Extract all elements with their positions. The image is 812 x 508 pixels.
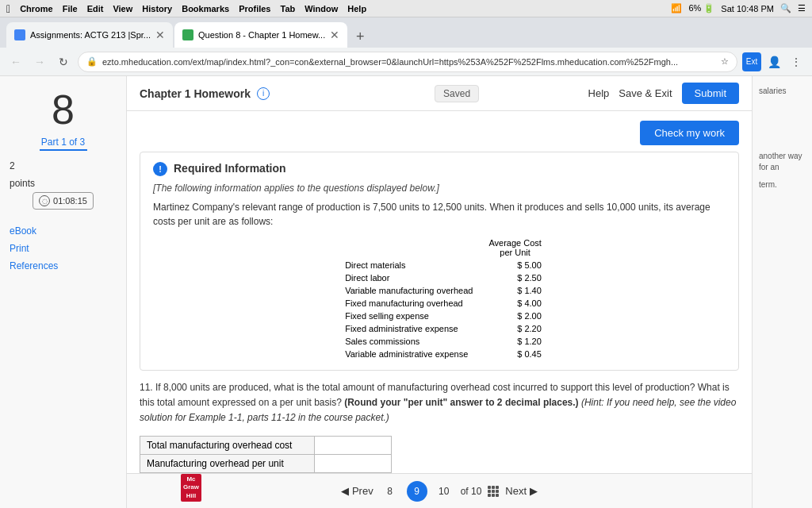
timer-value: 01:08:15 [53,196,87,206]
page-8-button[interactable]: 8 [380,481,400,502]
bookmark-icon[interactable]: ☆ [721,56,729,67]
tab-label-question8: Question 8 - Chapter 1 Homew... [198,30,325,40]
timer-icon: ◌ [39,195,50,206]
question-bold: (Round your "per unit" answer to 2 decim… [344,397,578,408]
answer-label-2: Manufacturing overhead per unit [140,454,315,472]
question-number: 8 [52,89,75,130]
cost-table-col1-header [329,237,481,259]
table-row: Variable administrative expense $ 0.45 [329,348,550,360]
profile-icon[interactable]: 👤 [764,52,783,71]
mac-menu-bar:  Chrome File Edit View History Bookmark… [0,0,812,17]
help-menu[interactable]: Help [347,4,366,13]
points-value: 2 [10,160,15,171]
chrome-menu[interactable]: Chrome [20,4,53,13]
print-link[interactable]: Print [10,243,58,254]
page-title: Chapter 1 Homework [140,87,251,100]
reload-button[interactable]: ↻ [54,52,73,71]
table-row: Fixed administrative expense $ 2.20 [329,322,550,335]
total-overhead-input[interactable] [321,440,385,451]
required-info-header: ! Required Information [153,162,726,176]
tab-assignments[interactable]: Assignments: ACTG 213 |Spr... ✕ [6,22,173,48]
help-link[interactable]: Help [588,87,610,99]
info-icon[interactable]: i [257,87,270,100]
chrome-address-bar: ← → ↻ 🔒 ezto.mheducation.com/ext/map/ind… [0,48,812,76]
saved-badge: Saved [435,85,479,102]
forward-button[interactable]: → [30,52,49,71]
file-menu[interactable]: File [63,4,78,13]
right-panel-text1: salaries [756,83,809,100]
required-info-title: Required Information [174,162,286,175]
center-panel: Chapter 1 Homework i Saved Help Save & E… [127,76,752,508]
table-row: Fixed selling expense $ 2.00 [329,310,550,322]
extensions-icon[interactable]: Ext [742,52,761,71]
part-label: Part 1 of 3 [41,137,85,148]
next-arrow-icon: ▶ [530,485,538,497]
table-row: Direct materials $ 5.00 [329,259,550,271]
cost-table-header: Average Costper Unit [481,237,549,259]
tab-favicon-question8 [182,29,193,40]
bottom-bar: McGrawHill ◀ Prev 8 9 10 of 10 [127,473,752,508]
cost-table: Average Costper Unit Direct materials $ … [329,237,550,360]
table-row: Direct labor $ 2.50 [329,271,550,284]
page-10-button[interactable]: 10 [434,481,454,502]
answer-cell-1[interactable] [315,436,392,454]
tab-menu[interactable]: Tab [280,4,295,13]
right-panel: salaries another way for an term. [752,76,812,508]
wifi-icon: 📶 [671,3,682,13]
apple-menu[interactable]:  [6,2,10,15]
view-menu[interactable]: View [113,4,132,13]
exclamation-icon: ! [153,162,167,176]
required-info-subtitle: [The following information applies to th… [153,183,726,194]
url-text[interactable]: ezto.mheducation.com/ext/map/index.html?… [102,57,716,67]
mcgraw-hill-logo: McGrawHill [181,474,201,502]
content-area: Check my work ! Required Information [Th… [127,111,752,473]
address-field[interactable]: 🔒 ezto.mheducation.com/ext/map/index.htm… [78,52,737,72]
answer-table: Total manufacturing overhead cost Manufa… [140,436,392,473]
main-container: 8 Part 1 of 3 2 points ◌ 01:08:15 eBook … [0,76,812,508]
header-bar: Chapter 1 Homework i Saved Help Save & E… [127,76,752,111]
page-9-button[interactable]: 9 [407,481,427,502]
prev-button[interactable]: ◀ Prev [341,485,373,497]
table-row: Fixed manufacturing overhead $ 4.00 [329,297,550,310]
control-icon[interactable]: ☰ [798,3,806,13]
timer-badge: ◌ 01:08:15 [33,192,94,210]
right-panel-text3: term. [756,176,809,194]
answer-row-1: Total manufacturing overhead cost [140,436,392,454]
battery-status: 6% 🔋 [688,3,714,13]
prev-label: Prev [352,485,373,497]
tab-question8[interactable]: Question 8 - Chapter 1 Homew... ✕ [174,22,347,48]
table-row: Sales commissions $ 1.20 [329,335,550,348]
search-icon[interactable]: 🔍 [780,3,791,13]
answer-row-2: Manufacturing overhead per unit [140,454,392,472]
overhead-per-unit-input[interactable] [321,458,385,469]
header-actions: Help Save & Exit Submit [588,83,739,104]
grid-view-icon[interactable] [488,486,499,497]
prev-arrow-icon: ◀ [341,485,349,497]
ebook-link[interactable]: eBook [10,225,58,237]
tab-close-assignments[interactable]: ✕ [155,29,165,41]
history-menu[interactable]: History [142,4,172,13]
save-exit-button[interactable]: Save & Exit [619,87,672,99]
submit-button[interactable]: Submit [682,83,739,104]
required-info-box: ! Required Information [The following in… [140,152,739,371]
new-tab-button[interactable]: + [349,25,371,48]
points-label: points [10,178,35,189]
left-links: eBook Print References [10,225,58,271]
chrome-menu-icon[interactable]: ⋮ [787,52,806,71]
profiles-menu[interactable]: Profiles [239,4,270,13]
tab-label-assignments: Assignments: ACTG 213 |Spr... [30,30,151,40]
left-panel: 8 Part 1 of 3 2 points ◌ 01:08:15 eBook … [0,76,127,508]
references-link[interactable]: References [10,260,58,271]
window-menu[interactable]: Window [304,4,338,13]
table-row: Variable manufacturing overhead $ 1.40 [329,284,550,297]
answer-cell-2[interactable] [315,454,392,472]
edit-menu[interactable]: Edit [87,4,104,13]
answer-label-1: Total manufacturing overhead cost [140,436,315,454]
back-button[interactable]: ← [6,52,25,71]
tab-close-question8[interactable]: ✕ [330,29,339,41]
right-panel-text2: another way for an [756,148,809,176]
next-button[interactable]: Next ▶ [505,485,538,497]
chrome-toolbar-icons: Ext 👤 ⋮ [742,52,806,71]
check-my-work-button[interactable]: Check my work [640,121,739,145]
bookmarks-menu[interactable]: Bookmarks [182,4,229,13]
